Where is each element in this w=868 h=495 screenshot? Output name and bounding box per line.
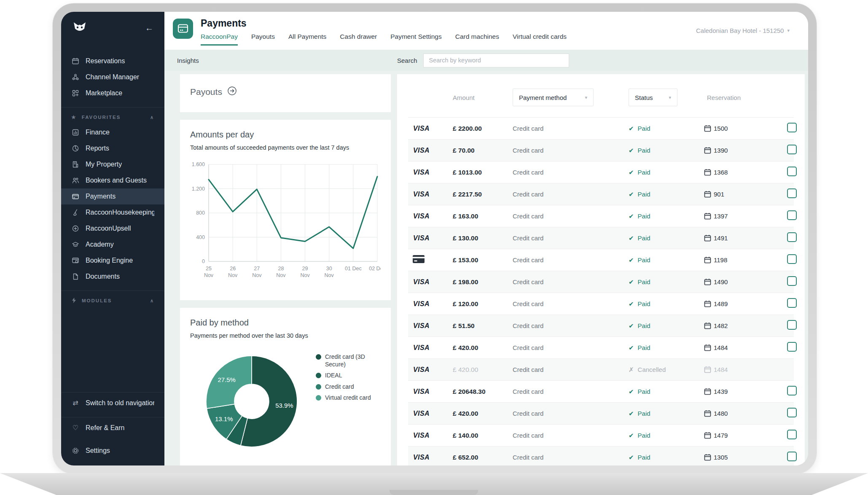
svg-text:1.200: 1.200 [192, 186, 205, 192]
reservation-link[interactable]: 901 [704, 191, 787, 198]
payment-method-value: Credit card [513, 410, 629, 417]
reservation-link[interactable]: 1390 [704, 147, 787, 154]
reservation-link[interactable]: 1484 [704, 344, 787, 351]
reservation-link[interactable]: 1491 [704, 234, 787, 242]
raccoon-logo[interactable] [73, 22, 86, 34]
row-checkbox[interactable] [787, 232, 797, 242]
sidebar-item-documents[interactable]: Documents [61, 269, 164, 285]
payment-row[interactable]: VISA£ 420.00Credit card✗Cancelled1484 [408, 358, 794, 380]
row-checkbox[interactable] [787, 342, 797, 352]
column-header-reservation: Reservation [704, 94, 787, 101]
property-selector[interactable]: Caledonian Bay Hotel - 151250 ▾ [696, 27, 790, 34]
sidebar-item-raccoonhousekeeping[interactable]: RaccoonHousekeeping [61, 204, 164, 221]
sidebar-item-finance[interactable]: Finance [61, 124, 164, 140]
payment-row[interactable]: VISA£ 130.00Credit card✔Paid1491 [408, 227, 794, 249]
payment-row[interactable]: VISA£ 163.00Credit card✔Paid1397 [408, 205, 794, 227]
payment-row[interactable]: VISA£ 70.00Credit card✔Paid1390 [408, 139, 794, 161]
sidebar-item-my-property[interactable]: My Property [61, 156, 164, 172]
sidebar-item-academy[interactable]: Academy [61, 237, 164, 253]
reservation-link[interactable]: 1479 [704, 432, 787, 439]
sidebar-item-payments[interactable]: Payments [61, 188, 164, 204]
reservation-link[interactable]: 1198 [704, 256, 787, 264]
payment-method-filter[interactable]: Payment method ▾ [513, 89, 594, 106]
tab-payouts[interactable]: Payouts [251, 33, 275, 46]
sidebar-item-channel-manager[interactable]: Channel Manager [61, 69, 164, 85]
tab-payment-settings[interactable]: Payment Settings [390, 33, 441, 46]
payment-row[interactable]: VISA£ 2217.50Credit card✔Paid901 [408, 183, 794, 205]
row-checkbox[interactable] [787, 452, 797, 461]
reservation-link[interactable]: 1397 [704, 213, 787, 220]
row-checkbox[interactable] [787, 386, 797, 395]
payments-icon [71, 192, 80, 201]
reservation-link[interactable]: 1305 [704, 454, 787, 461]
visa-logo: VISA [413, 169, 430, 176]
payment-row[interactable]: VISA£ 2200.00Credit card✔Paid1500 [408, 117, 794, 139]
sidebar-item-marketplace[interactable]: Marketplace [61, 85, 164, 101]
row-checkbox[interactable] [787, 145, 797, 154]
payment-row[interactable]: VISA£ 20648.30Credit card✔Paid1439 [408, 380, 794, 402]
check-icon: ✔ [629, 191, 634, 198]
row-checkbox[interactable] [787, 254, 797, 264]
sidebar-item-reports[interactable]: Reports [61, 140, 164, 156]
tab-raccoonpay[interactable]: RaccoonPay [201, 33, 238, 46]
row-checkbox[interactable] [787, 210, 797, 220]
reservation-link[interactable]: 1482 [704, 322, 787, 329]
row-checkbox[interactable] [787, 430, 797, 439]
sidebar-item-raccoonupsell[interactable]: RaccoonUpsell [61, 221, 164, 237]
academy-icon [71, 240, 80, 249]
sidebar-item-reservations[interactable]: Reservations [61, 53, 164, 69]
credit-card-icon [412, 255, 425, 264]
amount-value: £ 652.00 [453, 454, 513, 461]
table-body: VISA£ 2200.00Credit card✔Paid1500VISA£ 7… [408, 117, 794, 465]
payment-row[interactable]: VISA£ 420.00Credit card✔Paid1484 [408, 336, 794, 358]
row-checkbox[interactable] [787, 167, 797, 176]
row-checkbox[interactable] [787, 188, 797, 198]
svg-text:53.9%: 53.9% [275, 402, 293, 409]
sidebar-item-refer-earn[interactable]: ♡Refer & Earn [61, 420, 164, 436]
row-checkbox[interactable] [787, 320, 797, 330]
check-icon: ✔ [629, 322, 634, 330]
row-checkbox[interactable] [787, 298, 797, 308]
visa-logo: VISA [413, 322, 430, 329]
payment-row[interactable]: VISA£ 120.00Credit card✔Paid1489 [408, 293, 794, 315]
insights-column: Payouts Amounts per day Total amounts of… [180, 74, 391, 465]
amount-value: £ 140.00 [453, 432, 513, 439]
amount-value: £ 120.00 [453, 300, 513, 308]
sidebar-item-bookers-and-guests[interactable]: Bookers and Guests [61, 172, 164, 188]
visa-logo: VISA [413, 300, 430, 307]
arrow-right-circle-icon[interactable] [227, 86, 237, 98]
status-badge: ✔Paid [629, 344, 704, 352]
row-checkbox[interactable] [787, 408, 797, 417]
svg-text:02 Dec: 02 Dec [369, 266, 381, 272]
reservation-link[interactable]: 1480 [704, 410, 787, 417]
payment-row[interactable]: VISA£ 140.00Credit card✔Paid1479 [408, 424, 794, 446]
sidebar-item-booking-engine[interactable]: Booking Engine [61, 253, 164, 269]
sidebar-item-settings[interactable]: Settings [61, 443, 164, 459]
payment-row[interactable]: VISA£ 652.00Credit card✔Paid1305 [408, 446, 794, 465]
reservation-link[interactable]: 1439 [704, 388, 787, 395]
reservation-link[interactable]: 1368 [704, 169, 787, 176]
row-checkbox[interactable] [787, 123, 797, 132]
svg-text:Nov: Nov [252, 272, 262, 278]
tab-card-machines[interactable]: Card machines [455, 33, 499, 46]
sidebar-item-switch-to-old-navigation[interactable]: ⇄Switch to old navigation [61, 395, 164, 411]
payment-row[interactable]: VISA£ 1013.00Credit card✔Paid1368 [408, 161, 794, 183]
tab-all-payments[interactable]: All Payments [288, 33, 326, 46]
tab-cash-drawer[interactable]: Cash drawer [340, 33, 377, 46]
reservation-link[interactable]: 1500 [704, 125, 787, 132]
payment-row[interactable]: £ 153.00Credit card✔Paid1198 [408, 249, 794, 271]
favourites-section-header[interactable]: ★ FAVOURITES ∧ [61, 110, 164, 124]
payment-row[interactable]: VISA£ 198.00Credit card✔Paid1490 [408, 271, 794, 293]
payment-row[interactable]: VISA£ 51.50Credit card✔Paid1482 [408, 315, 794, 336]
reservation-link[interactable]: 1489 [704, 300, 787, 307]
sidebar-collapse-icon[interactable]: ← [145, 24, 153, 32]
search-input[interactable] [423, 54, 569, 67]
finance-icon [71, 128, 80, 137]
tab-bar: RaccoonPayPayoutsAll PaymentsCash drawer… [201, 33, 791, 46]
modules-section-header[interactable]: MODULES ∧ [61, 293, 164, 308]
status-filter[interactable]: Status ▾ [629, 89, 677, 106]
tab-virtual-credit-cards[interactable]: Virtual credit cards [513, 33, 567, 46]
row-checkbox[interactable] [787, 276, 797, 286]
payment-row[interactable]: VISA£ 420.00Credit card✔Paid1480 [408, 402, 794, 424]
reservation-link[interactable]: 1490 [704, 278, 787, 285]
